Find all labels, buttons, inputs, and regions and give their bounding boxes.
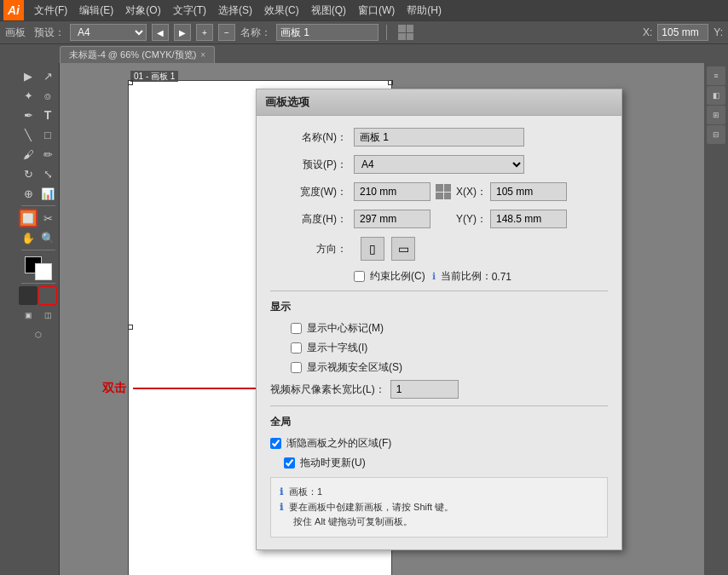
show-safe-label: 显示视频安全区域(S) <box>307 360 402 375</box>
artboard-del-btn[interactable]: − <box>218 24 235 41</box>
separator <box>386 25 387 40</box>
portrait-btn[interactable]: ▯ <box>361 237 384 261</box>
menu-help[interactable]: 帮助(H) <box>402 2 447 20</box>
artboard-next-btn[interactable]: ▶ <box>174 24 191 41</box>
tool-pen[interactable]: ✒ <box>19 106 38 124</box>
video-ratio-input[interactable] <box>390 380 459 399</box>
tool-line[interactable]: ╲ <box>19 125 38 144</box>
menu-select[interactable]: 选择(S) <box>213 2 257 20</box>
tool-mode-2[interactable] <box>38 286 57 305</box>
x-input[interactable] <box>490 182 567 201</box>
constraint-info-icon[interactable]: ℹ <box>432 271 436 282</box>
tool-separator-3 <box>21 283 55 284</box>
divider-2 <box>270 405 608 406</box>
y-coord-label: Y: <box>714 26 723 38</box>
fade-checkbox[interactable] <box>270 438 281 449</box>
preset-label: 预设： <box>34 26 65 40</box>
height-field-label: 高度(H)： <box>270 212 347 227</box>
corner-ml <box>128 325 133 330</box>
tool-magic-wand[interactable]: ✦ <box>19 86 38 105</box>
height-input[interactable] <box>354 210 430 228</box>
preset-select[interactable]: A4 <box>70 24 147 41</box>
artboard-name-input[interactable] <box>276 24 378 41</box>
menu-object[interactable]: 对象(O) <box>120 2 165 20</box>
artboard-label-tag: 01 - 画板 1 <box>130 71 178 82</box>
main-area: ▶ ↗ ✦ ⌾ ✒ T ╲ □ 🖌 ✏ ↻ ⤡ ⊕ 📊 ⬜ ✂ <box>0 63 728 575</box>
tool-blend[interactable]: ⊕ <box>19 184 38 203</box>
tool-select-arrow[interactable]: ▶ <box>19 66 38 85</box>
divider-1 <box>270 290 608 291</box>
x-coord-input[interactable] <box>657 24 708 41</box>
menu-window[interactable]: 窗口(W) <box>353 2 400 20</box>
tool-direct-select[interactable]: ↗ <box>38 66 57 85</box>
right-panel: ≡ ◧ ⊞ ⊟ <box>704 63 728 575</box>
tool-bar-chart[interactable]: 📊 <box>38 184 57 203</box>
show-center-row: 显示中心标记(M) <box>270 321 608 336</box>
display-section-title: 显示 <box>270 300 608 314</box>
show-crosshair-label: 显示十字线(I) <box>307 341 367 355</box>
tool-hand[interactable]: ✋ <box>19 228 38 247</box>
dialog-title-bar[interactable]: 画板选项 <box>257 89 621 116</box>
tool-lasso[interactable]: ⌾ <box>38 86 57 105</box>
tool-rect[interactable]: □ <box>38 125 57 144</box>
current-ratio-label: 当前比例： <box>441 269 492 284</box>
menu-effect[interactable]: 效果(C) <box>259 2 304 20</box>
tool-artboard[interactable]: ⬜ <box>19 209 38 227</box>
menu-view[interactable]: 视图(Q) <box>306 2 351 20</box>
artboard-prev-btn[interactable]: ◀ <box>152 24 169 41</box>
active-tab[interactable]: 未标题-4 @ 66% (CMYK/预览) × <box>60 46 215 63</box>
artboard-label: 01 - 画板 1 <box>130 70 178 83</box>
info-create-row: ℹ 要在画板中创建新画板，请按 Shift 键。 <box>280 500 598 515</box>
tool-type[interactable]: T <box>38 106 57 124</box>
show-crosshair-checkbox[interactable] <box>291 342 302 354</box>
right-btn-2[interactable]: ◧ <box>707 86 725 105</box>
width-input[interactable] <box>354 182 430 201</box>
tool-screen-2[interactable]: ◫ <box>38 306 57 325</box>
orientation-label: 方向： <box>270 242 347 256</box>
constraint-checkbox[interactable] <box>354 271 365 282</box>
name-row: 名称(N)： <box>270 128 608 147</box>
tool-mode-1[interactable] <box>19 286 38 305</box>
update-label: 拖动时更新(U) <box>300 456 366 470</box>
fg-bg-colors[interactable] <box>25 256 52 280</box>
show-safe-checkbox[interactable] <box>291 362 302 373</box>
app-logo: Ai <box>3 0 24 20</box>
tab-close-btn[interactable]: × <box>200 50 205 60</box>
artboard-add-btn[interactable]: + <box>196 24 213 41</box>
name-input[interactable] <box>354 128 524 147</box>
background-color[interactable] <box>35 263 52 280</box>
constraint-label: 约束比例(C) <box>370 269 425 284</box>
menu-edit[interactable]: 编辑(E) <box>74 2 118 20</box>
tool-paintbrush[interactable]: 🖌 <box>19 145 38 164</box>
corner-tl <box>128 80 133 85</box>
name-field-label: 名称(N)： <box>270 130 347 145</box>
show-center-label: 显示中心标记(M) <box>307 321 384 336</box>
tool-rotate[interactable]: ↻ <box>19 164 38 183</box>
tool-slice[interactable]: ✂ <box>38 209 57 227</box>
grid-icon <box>398 25 413 40</box>
landscape-btn[interactable]: ▭ <box>391 237 415 261</box>
right-btn-1[interactable]: ≡ <box>707 66 725 85</box>
preset-dropdown[interactable]: A4 <box>354 155 524 174</box>
link-icon-2 <box>436 211 451 227</box>
right-btn-4[interactable]: ⊟ <box>707 125 725 144</box>
video-ratio-label: 视频标尺像素长宽比(L)： <box>270 382 385 397</box>
menu-bar: Ai 文件(F) 编辑(E) 对象(O) 文字(T) 选择(S) 效果(C) 视… <box>0 0 728 20</box>
update-checkbox[interactable] <box>284 457 295 469</box>
global-section-title: 全局 <box>270 415 608 429</box>
show-center-checkbox[interactable] <box>291 323 302 334</box>
tool-zoom[interactable]: 🔍 <box>38 228 57 247</box>
menu-file[interactable]: 文件(F) <box>29 2 72 20</box>
width-field-label: 宽度(W)： <box>270 185 347 199</box>
tool-screen-3[interactable]: ⬡ <box>29 325 48 344</box>
video-ratio-row: 视频标尺像素长宽比(L)： <box>270 380 608 399</box>
tool-pencil[interactable]: ✏ <box>38 145 57 164</box>
right-btn-3[interactable]: ⊞ <box>707 106 725 124</box>
tool-screen-1[interactable]: ▣ <box>19 306 38 325</box>
info-artboard-text: 画板：1 <box>289 486 322 497</box>
corner-tr <box>388 80 393 85</box>
link-icon <box>436 184 451 199</box>
y-input[interactable] <box>490 210 567 228</box>
menu-type[interactable]: 文字(T) <box>168 2 211 20</box>
tool-scale[interactable]: ⤡ <box>38 164 57 183</box>
